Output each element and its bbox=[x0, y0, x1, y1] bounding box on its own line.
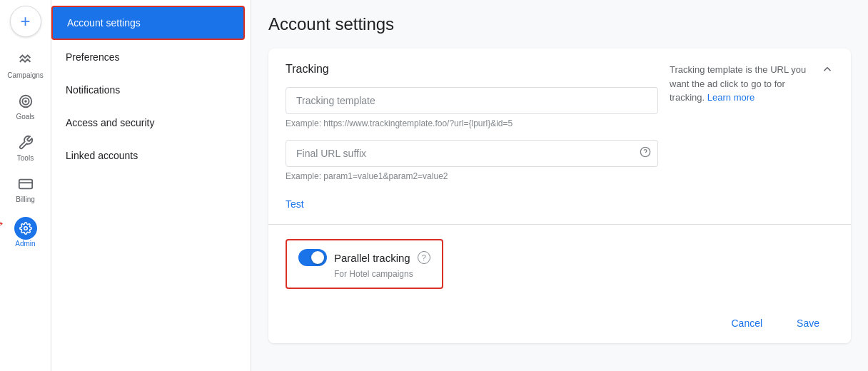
tracking-template-wrapper bbox=[286, 87, 658, 114]
left-nav: + Campaigns Goals Tools bbox=[0, 0, 51, 371]
question-mark: ? bbox=[422, 253, 426, 262]
sidebar-item-admin[interactable]: ← Admin bbox=[3, 211, 49, 254]
billing-icon bbox=[17, 176, 34, 193]
sidebar-item-billing[interactable]: Billing bbox=[3, 170, 49, 210]
plus-icon: + bbox=[20, 13, 30, 30]
parallel-tracking-sublabel: For Hotel campaigns bbox=[334, 269, 430, 279]
parallel-tracking-section: Parallel tracking ? For Hotel campaigns bbox=[268, 225, 851, 303]
svg-point-2 bbox=[25, 101, 26, 102]
parallel-tracking-row: Parallel tracking ? bbox=[298, 249, 430, 266]
sidebar-item-access-security[interactable]: Access and security bbox=[51, 107, 245, 138]
admin-label: Admin bbox=[15, 240, 35, 248]
final-url-suffix-input[interactable] bbox=[286, 140, 658, 167]
toggle-thumb bbox=[311, 251, 324, 264]
tracking-section-info: Tracking template is the URL you want th… bbox=[658, 63, 815, 105]
parallel-tracking-label: Parallel tracking bbox=[334, 252, 410, 264]
tracking-section: Tracking Example: https://www.trackingte… bbox=[268, 49, 851, 225]
sidebar-item-goals[interactable]: Goals bbox=[3, 87, 49, 127]
parallel-tracking-box: Parallel tracking ? For Hotel campaigns bbox=[286, 239, 443, 289]
collapse-button[interactable] bbox=[821, 63, 834, 79]
page-title: Account settings bbox=[268, 14, 851, 34]
sidebar-item-tools[interactable]: Tools bbox=[3, 128, 49, 168]
cancel-button[interactable]: Cancel bbox=[717, 312, 777, 335]
sidebar-item-preferences[interactable]: Preferences bbox=[51, 41, 245, 73]
settings-card: Tracking Example: https://www.trackingte… bbox=[268, 49, 851, 343]
final-url-suffix-field: Example: param1=value1&param2=value2 bbox=[286, 140, 658, 181]
admin-arrow-icon: ← bbox=[0, 214, 6, 233]
main-content: Account settings Tracking Example: https… bbox=[251, 0, 868, 371]
sidebar-item-account-settings[interactable]: Account settings bbox=[51, 6, 245, 40]
sidebar-item-notifications[interactable]: Notifications bbox=[51, 74, 245, 106]
parallel-help-icon[interactable]: ? bbox=[418, 251, 430, 264]
final-url-suffix-example: Example: param1=value1&param2=value2 bbox=[286, 171, 658, 181]
create-button[interactable]: + bbox=[10, 6, 41, 37]
help-circle-icon bbox=[640, 146, 651, 161]
save-button[interactable]: Save bbox=[782, 312, 834, 335]
tools-icon bbox=[17, 134, 34, 151]
tracking-template-example: Example: https://www.trackingtemplate.fo… bbox=[286, 118, 658, 128]
tracking-section-header: Tracking Example: https://www.trackingte… bbox=[286, 63, 834, 210]
goals-label: Goals bbox=[16, 113, 34, 121]
tracking-template-input[interactable] bbox=[286, 87, 658, 114]
card-footer: Cancel Save bbox=[268, 303, 851, 343]
learn-more-link[interactable]: Learn more bbox=[707, 92, 755, 103]
sidebar-item-campaigns[interactable]: Campaigns bbox=[3, 46, 49, 86]
admin-icon-circle bbox=[14, 217, 37, 240]
tracking-section-left: Tracking Example: https://www.trackingte… bbox=[286, 63, 658, 210]
svg-rect-3 bbox=[19, 180, 31, 189]
parallel-tracking-toggle[interactable] bbox=[298, 249, 327, 266]
tracking-section-title: Tracking bbox=[286, 63, 658, 76]
tracking-template-field: Example: https://www.trackingtemplate.fo… bbox=[286, 87, 658, 128]
campaigns-icon bbox=[17, 51, 34, 68]
sidebar: Account settings Preferences Notificatio… bbox=[51, 0, 251, 371]
goals-icon bbox=[17, 93, 34, 110]
svg-point-5 bbox=[24, 227, 27, 230]
tools-label: Tools bbox=[17, 154, 34, 163]
test-link[interactable]: Test bbox=[286, 198, 304, 210]
sidebar-item-linked-accounts[interactable]: Linked accounts bbox=[51, 140, 245, 171]
billing-label: Billing bbox=[16, 195, 35, 204]
final-url-suffix-wrapper bbox=[286, 140, 658, 167]
campaigns-label: Campaigns bbox=[7, 71, 44, 80]
